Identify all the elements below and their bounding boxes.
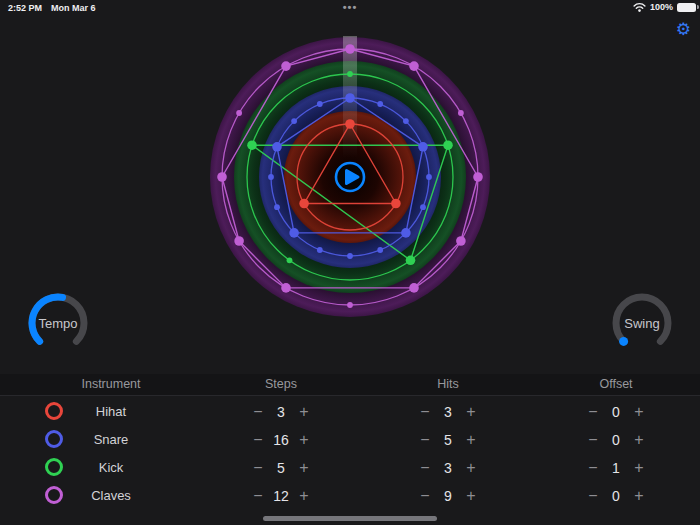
instrument-name: Kick <box>99 460 124 475</box>
steps-stepper: − 3 + <box>248 398 314 426</box>
offset-increment-button[interactable]: + <box>629 454 649 482</box>
clock: 2:52 PM <box>8 3 42 13</box>
offset-increment-button[interactable]: + <box>629 426 649 454</box>
hits-value: 3 <box>435 404 461 420</box>
hits-decrement-button[interactable]: − <box>415 426 435 454</box>
swing-knob[interactable]: Swing <box>610 291 674 371</box>
instrument-name: Snare <box>94 432 129 447</box>
steps-increment-button[interactable]: + <box>294 398 314 426</box>
offset-value: 0 <box>603 432 629 448</box>
hits-stepper: − 9 + <box>415 482 481 510</box>
tempo-knob[interactable]: Tempo <box>26 291 90 371</box>
hits-stepper: − 5 + <box>415 426 481 454</box>
home-indicator[interactable] <box>263 516 437 521</box>
steps-increment-button[interactable]: + <box>294 482 314 510</box>
instrument-color-swatch <box>45 430 63 448</box>
status-bar-right: 100% <box>633 2 696 12</box>
offset-stepper: − 0 + <box>583 482 649 510</box>
column-header-instrument: Instrument <box>81 377 140 391</box>
steps-value: 16 <box>268 432 294 448</box>
table-row: Claves − 12 + − 9 + − 0 + <box>0 482 700 510</box>
offset-decrement-button[interactable]: − <box>583 426 603 454</box>
column-header-offset: Offset <box>599 377 632 391</box>
offset-value: 0 <box>603 404 629 420</box>
hits-stepper: − 3 + <box>415 454 481 482</box>
hits-decrement-button[interactable]: − <box>415 482 435 510</box>
battery-percent: 100% <box>650 2 673 12</box>
hits-value: 3 <box>435 460 461 476</box>
hits-decrement-button[interactable]: − <box>415 454 435 482</box>
offset-stepper: − 0 + <box>583 426 649 454</box>
offset-decrement-button[interactable]: − <box>583 454 603 482</box>
table-row: Snare − 16 + − 5 + − 0 + <box>0 426 700 454</box>
steps-increment-button[interactable]: + <box>294 426 314 454</box>
steps-decrement-button[interactable]: − <box>248 454 268 482</box>
offset-value: 1 <box>603 460 629 476</box>
offset-increment-button[interactable]: + <box>629 482 649 510</box>
steps-increment-button[interactable]: + <box>294 454 314 482</box>
hits-increment-button[interactable]: + <box>461 454 481 482</box>
offset-stepper: − 1 + <box>583 454 649 482</box>
instrument-color-swatch <box>45 402 63 420</box>
swing-knob-label: Swing <box>610 291 674 355</box>
column-header-steps: Steps <box>265 377 297 391</box>
instrument-name: Hihat <box>96 404 126 419</box>
hits-decrement-button[interactable]: − <box>415 398 435 426</box>
hits-stepper: − 3 + <box>415 398 481 426</box>
steps-decrement-button[interactable]: − <box>248 426 268 454</box>
offset-decrement-button[interactable]: − <box>583 398 603 426</box>
steps-stepper: − 12 + <box>248 482 314 510</box>
column-header-hits: Hits <box>437 377 459 391</box>
multitask-dots: ••• <box>343 1 358 13</box>
offset-decrement-button[interactable]: − <box>583 482 603 510</box>
table-header: Instrument Steps Hits Offset <box>0 374 700 396</box>
steps-value: 5 <box>268 460 294 476</box>
hits-increment-button[interactable]: + <box>461 482 481 510</box>
tempo-knob-label: Tempo <box>26 291 90 355</box>
steps-stepper: − 5 + <box>248 454 314 482</box>
steps-decrement-button[interactable]: − <box>248 398 268 426</box>
instrument-name: Claves <box>91 488 131 503</box>
instrument-table: Hihat − 3 + − 3 + − 0 + Snare − 16 + − 5… <box>0 398 700 510</box>
steps-value: 12 <box>268 488 294 504</box>
battery-icon <box>677 3 696 12</box>
table-row: Hihat − 3 + − 3 + − 0 + <box>0 398 700 426</box>
instrument-color-swatch <box>45 486 63 504</box>
hits-value: 5 <box>435 432 461 448</box>
status-bar-left: 2:52 PM Mon Mar 6 <box>8 3 96 13</box>
wifi-icon <box>633 2 646 12</box>
steps-value: 3 <box>268 404 294 420</box>
hits-increment-button[interactable]: + <box>461 398 481 426</box>
hits-increment-button[interactable]: + <box>461 426 481 454</box>
offset-value: 0 <box>603 488 629 504</box>
sequencer-rings[interactable] <box>200 27 500 327</box>
settings-gear-icon[interactable]: ⚙ <box>676 21 691 38</box>
table-row: Kick − 5 + − 3 + − 1 + <box>0 454 700 482</box>
offset-stepper: − 0 + <box>583 398 649 426</box>
steps-decrement-button[interactable]: − <box>248 482 268 510</box>
offset-increment-button[interactable]: + <box>629 398 649 426</box>
instrument-color-swatch <box>45 458 63 476</box>
steps-stepper: − 16 + <box>248 426 314 454</box>
date: Mon Mar 6 <box>51 3 96 13</box>
hits-value: 9 <box>435 488 461 504</box>
